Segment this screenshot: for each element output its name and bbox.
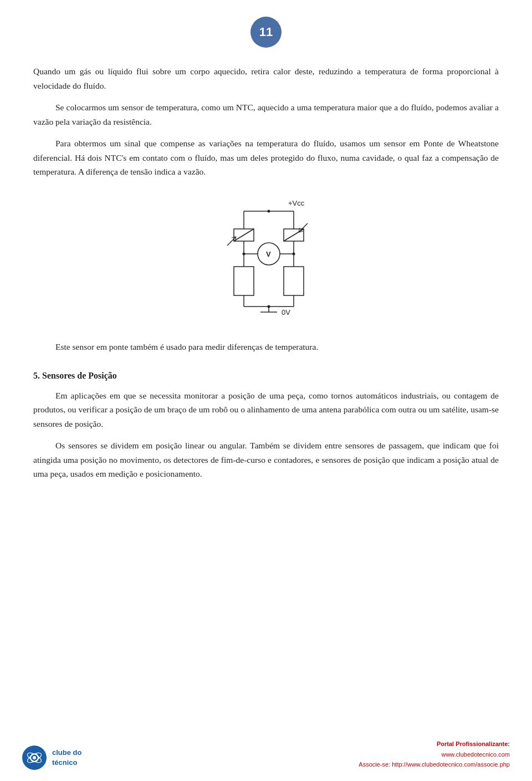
svg-rect-23 bbox=[234, 267, 254, 295]
page-number: 11 bbox=[250, 17, 282, 48]
paragraph-2: Se colocarmos um sensor de temperatura, … bbox=[33, 100, 499, 129]
paragraph-1: Quando um gás ou líquido flui sobre um c… bbox=[33, 64, 499, 93]
svg-text:0V: 0V bbox=[282, 308, 290, 317]
svg-text:V: V bbox=[266, 250, 271, 258]
paragraph-5: Em aplicações em que se necessita monito… bbox=[33, 389, 499, 431]
circuit-svg: +Vcc bbox=[188, 196, 344, 323]
svg-point-1 bbox=[268, 210, 270, 212]
portal-assoc: Associe-se: http://www.clubedotecnico.co… bbox=[359, 759, 510, 770]
footer-logo: clube do técnico bbox=[22, 746, 81, 770]
portal-url: www.clubedotecnico.com bbox=[359, 749, 510, 760]
circuit-diagram-area: +Vcc bbox=[33, 196, 499, 323]
paragraph-3: Para obtermos um sinal que compense as v… bbox=[33, 136, 499, 179]
circuit-diagram: +Vcc bbox=[188, 196, 344, 323]
page: 11 Quando um gás ou líquido flui sobre u… bbox=[0, 0, 532, 781]
footer: clube do técnico Portal Profissionalizan… bbox=[0, 739, 532, 770]
logo-text: clube do técnico bbox=[52, 748, 81, 768]
paragraph-4: Este sensor em ponte também é usado para… bbox=[33, 340, 499, 354]
footer-portal: Portal Profissionalizante: www.clubedote… bbox=[359, 739, 510, 770]
vcc-label: +Vcc bbox=[288, 199, 305, 207]
logo-clube: clube do bbox=[52, 748, 81, 758]
svg-rect-26 bbox=[284, 267, 304, 295]
portal-title: Portal Profissionalizante: bbox=[359, 739, 510, 749]
svg-point-35 bbox=[33, 756, 36, 759]
section-heading: 5. Sensores de Posição bbox=[33, 371, 499, 381]
svg-line-5 bbox=[234, 229, 254, 241]
logo-icon bbox=[22, 746, 47, 770]
logo-tecnico: técnico bbox=[52, 758, 81, 768]
paragraph-6: Os sensores se dividem em posição linear… bbox=[33, 438, 499, 481]
svg-line-11 bbox=[299, 223, 308, 232]
